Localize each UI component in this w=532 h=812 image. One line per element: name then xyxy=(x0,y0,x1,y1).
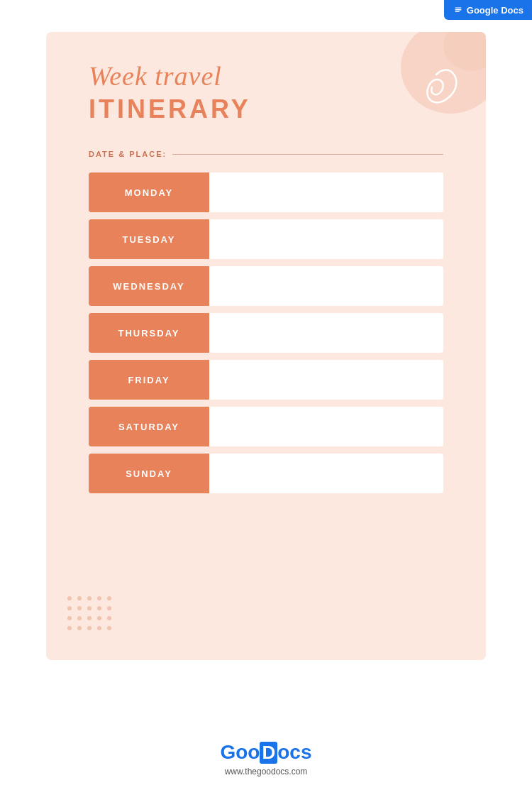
svg-rect-1 xyxy=(455,7,461,8)
table-row: FRIDAY xyxy=(89,360,443,400)
swirl-decoration xyxy=(379,53,472,146)
google-docs-icon xyxy=(453,4,464,16)
google-docs-badge: Google Docs xyxy=(444,0,532,20)
content-thursday[interactable] xyxy=(209,313,443,353)
table-row: WEDNESDAY xyxy=(89,266,443,306)
logo-d: D xyxy=(260,742,277,764)
table-row: THURSDAY xyxy=(89,313,443,353)
content-tuesday[interactable] xyxy=(209,219,443,259)
date-place-label: DATE & PLACE: xyxy=(89,150,167,158)
logo-goo: Goo xyxy=(220,741,260,763)
dots-decoration xyxy=(67,596,124,639)
day-monday: MONDAY xyxy=(89,172,209,212)
schedule-container: MONDAY TUESDAY WEDNESDAY THURSDAY FRIDAY… xyxy=(46,172,486,493)
table-row: SUNDAY xyxy=(89,454,443,493)
content-monday[interactable] xyxy=(209,172,443,212)
table-row: TUESDAY xyxy=(89,219,443,259)
table-row: SATURDAY xyxy=(89,407,443,446)
document-card: Week travel ITINERARY DATE & PLACE: MOND… xyxy=(46,32,486,660)
day-saturday: SATURDAY xyxy=(89,407,209,446)
content-sunday[interactable] xyxy=(209,454,443,493)
google-docs-label: Google Docs xyxy=(467,5,523,16)
content-saturday[interactable] xyxy=(209,407,443,446)
footer-url: www.thegoodocs.com xyxy=(0,767,532,777)
content-friday[interactable] xyxy=(209,360,443,400)
table-row: MONDAY xyxy=(89,172,443,212)
gooddocs-logo: GooDocs xyxy=(0,741,532,764)
day-tuesday: TUESDAY xyxy=(89,219,209,259)
svg-rect-3 xyxy=(455,11,459,12)
day-friday: FRIDAY xyxy=(89,360,209,400)
day-sunday: SUNDAY xyxy=(89,454,209,493)
day-thursday: THURSDAY xyxy=(89,313,209,353)
day-wednesday: WEDNESDAY xyxy=(89,266,209,306)
svg-rect-2 xyxy=(455,9,461,10)
date-place-row: DATE & PLACE: xyxy=(89,150,443,158)
content-wednesday[interactable] xyxy=(209,266,443,306)
date-place-line xyxy=(172,154,443,155)
footer: GooDocs www.thegoodocs.com xyxy=(0,741,532,777)
logo-ocs: ocs xyxy=(277,741,311,763)
